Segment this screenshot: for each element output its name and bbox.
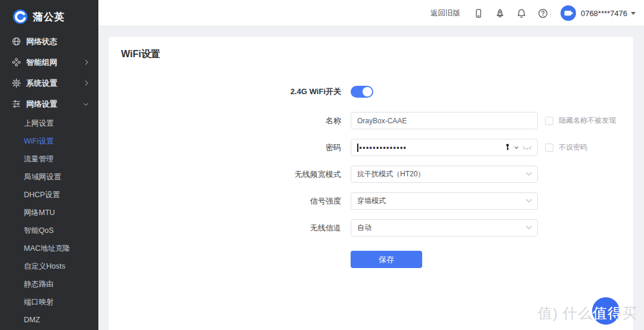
sidebar-subitem-smart-qos[interactable]: 智能QoS <box>0 222 98 239</box>
globe-icon <box>12 37 21 46</box>
sidebar-item-label: 智能组网 <box>26 57 57 68</box>
signal-select[interactable]: 穿墙模式 <box>351 192 538 210</box>
password-masked-value: •••••••••••••• <box>360 144 407 151</box>
sidebar-subitem-traffic-management[interactable]: 流量管理 <box>0 150 98 168</box>
subitem-label: 流量管理 <box>24 154 54 164</box>
sidebar-item-label: 网络状态 <box>26 36 57 47</box>
account-avatar[interactable] <box>561 5 576 21</box>
signal-value: 穿墙模式 <box>357 196 386 206</box>
nodes-icon <box>12 58 21 67</box>
sidebar-item-network-settings[interactable]: 网络设置 <box>0 94 98 114</box>
bandwidth-label: 无线频宽模式 <box>109 169 341 180</box>
sidebar-nav: 网络状态 智能组网 系统设置 <box>0 31 98 329</box>
signal-row: 信号强度 穿墙模式 <box>109 192 633 210</box>
checkbox-box <box>545 117 553 125</box>
subitem-label: 智能QoS <box>24 226 54 236</box>
wifi-switch-label: 2.4G WiFi开关 <box>109 86 341 97</box>
mobile-phone-icon[interactable] <box>473 8 484 18</box>
channel-row: 无线信道 自动 <box>109 219 633 236</box>
subitem-label: WiFi设置 <box>24 136 54 147</box>
checkbox-box <box>545 144 553 152</box>
back-to-old-version-link[interactable]: 返回旧版 <box>431 8 460 18</box>
account-caret-icon[interactable] <box>631 12 636 15</box>
chevron-down-icon <box>83 102 89 107</box>
sidebar-subitem-port-mapping[interactable]: 端口映射 <box>0 293 98 311</box>
main-content: WiFi设置 2.4G WiFi开关 名称 OrayBox-CAAE 隐藏名称不… <box>98 26 644 330</box>
chevron-right-icon <box>84 59 89 66</box>
subitem-label: DHCP设置 <box>24 190 60 200</box>
key-icon[interactable] <box>505 143 511 152</box>
rocket-icon[interactable] <box>495 8 505 18</box>
gear-icon <box>12 79 21 88</box>
sidebar: 蒲公英 网络状态 智能组网 系统设置 <box>0 0 98 330</box>
channel-select[interactable]: 自动 <box>351 219 538 236</box>
name-row: 名称 OrayBox-CAAE 隐藏名称不被发现 <box>109 112 633 129</box>
sidebar-subitem-custom-hosts[interactable]: 自定义Hosts <box>0 257 98 275</box>
sidebar-subitem-mac-clone[interactable]: MAC地址克隆 <box>0 239 98 257</box>
chevron-right-icon <box>84 80 89 86</box>
signal-label: 信号强度 <box>109 196 341 207</box>
subitem-label: 自定义Hosts <box>24 261 65 272</box>
subitem-label: 局域网设置 <box>24 172 61 182</box>
eye-closed-icon[interactable] <box>522 144 532 151</box>
chevron-down-icon[interactable] <box>514 146 519 150</box>
wifi-switch-toggle[interactable] <box>351 86 373 98</box>
sidebar-subitem-dhcp-settings[interactable]: DHCP设置 <box>0 186 98 204</box>
help-icon[interactable] <box>538 8 548 18</box>
sidebar-item-smart-networking[interactable]: 智能组网 <box>0 52 98 73</box>
chevron-down-icon <box>525 198 532 204</box>
password-label: 密码 <box>109 142 341 153</box>
text-caret <box>357 144 358 152</box>
name-label: 名称 <box>109 116 341 126</box>
sidebar-subnav: 上网设置 WiFi设置 流量管理 局域网设置 DHCP设置 网络MTU 智能Qo… <box>0 114 98 329</box>
channel-value: 自动 <box>357 223 371 233</box>
sidebar-item-label: 网络设置 <box>26 99 57 110</box>
ssid-name-value: OrayBox-CAAE <box>357 117 407 125</box>
sidebar-item-label: 系统设置 <box>26 78 57 89</box>
brand-name: 蒲公英 <box>33 10 65 24</box>
sidebar-item-system-settings[interactable]: 系统设置 <box>0 73 98 94</box>
subitem-label: 静态路由 <box>24 279 54 289</box>
sliders-icon <box>12 99 21 108</box>
account-number[interactable]: 0768****7476 <box>581 9 627 18</box>
save-button[interactable]: 保存 <box>351 251 422 268</box>
header-actions: 返回旧版 0768****7476 <box>431 0 636 26</box>
bell-icon[interactable] <box>516 8 527 18</box>
sidebar-subitem-internet-settings[interactable]: 上网设置 <box>0 114 98 132</box>
bandwidth-select[interactable]: 抗干扰模式（HT20） <box>351 166 538 183</box>
header-divider <box>550 9 551 18</box>
bandwidth-value: 抗干扰模式（HT20） <box>357 169 425 179</box>
no-password-label: 不设密码 <box>559 142 587 152</box>
ssid-name-input[interactable]: OrayBox-CAAE <box>351 112 538 129</box>
brand-logo[interactable]: 蒲公英 <box>0 0 98 27</box>
password-adornments <box>505 139 532 156</box>
subitem-label: 端口映射 <box>24 297 54 307</box>
sidebar-item-network-status[interactable]: 网络状态 <box>0 31 98 52</box>
bandwidth-row: 无线频宽模式 抗干扰模式（HT20） <box>109 166 633 183</box>
sidebar-subitem-static-route[interactable]: 静态路由 <box>0 275 98 293</box>
top-header: 返回旧版 0768****7476 <box>98 0 644 26</box>
wifi-switch-row: 2.4G WiFi开关 <box>109 85 633 99</box>
subitem-label: 上网设置 <box>24 119 54 129</box>
hide-ssid-checkbox[interactable]: 隐藏名称不被发现 <box>545 116 616 126</box>
hide-ssid-label: 隐藏名称不被发现 <box>559 116 616 126</box>
dandelion-logo-icon <box>13 9 28 24</box>
subitem-label: 网络MTU <box>24 208 55 218</box>
password-row: 密码 •••••••••••••• <box>109 139 633 156</box>
toggle-knob <box>363 87 372 96</box>
page-title: WiFi设置 <box>121 48 160 61</box>
subitem-label: MAC地址克隆 <box>24 244 70 254</box>
chevron-down-icon <box>525 171 532 177</box>
sidebar-subitem-network-mtu[interactable]: 网络MTU <box>0 204 98 222</box>
sidebar-subitem-lan-settings[interactable]: 局域网设置 <box>0 168 98 186</box>
floating-action-button[interactable] <box>592 297 620 325</box>
sidebar-subitem-dmz[interactable]: DMZ <box>0 311 98 329</box>
wifi-settings-card: WiFi设置 2.4G WiFi开关 名称 OrayBox-CAAE 隐藏名称不… <box>109 37 633 330</box>
sidebar-subitem-wifi-settings[interactable]: WiFi设置 <box>0 132 98 150</box>
subitem-label: DMZ <box>24 316 40 324</box>
no-password-checkbox[interactable]: 不设密码 <box>545 142 587 152</box>
chevron-down-icon <box>525 225 532 231</box>
channel-label: 无线信道 <box>109 223 341 234</box>
